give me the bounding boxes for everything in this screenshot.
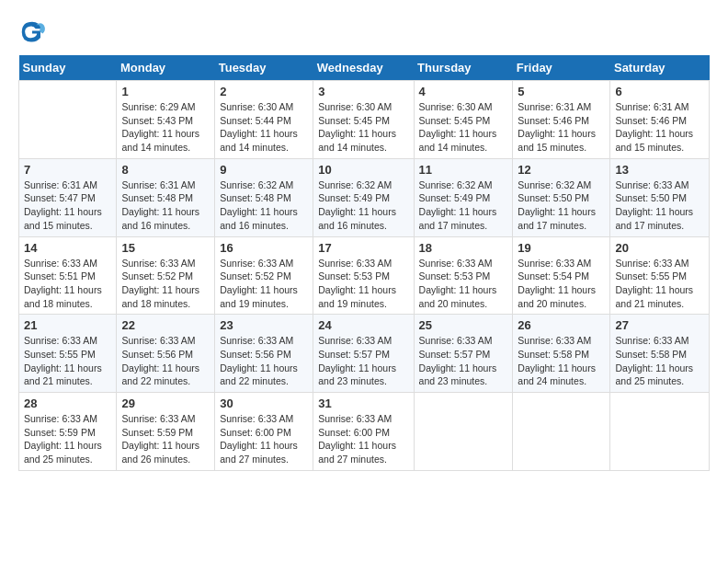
- day-number: 22: [121, 318, 210, 332]
- calendar-cell: [19, 81, 117, 159]
- day-number: 20: [615, 241, 704, 255]
- day-number: 30: [220, 396, 308, 410]
- calendar-cell: 23Sunrise: 6:33 AMSunset: 5:56 PMDayligh…: [215, 315, 313, 393]
- day-info: Sunrise: 6:32 AMSunset: 5:48 PMDaylight:…: [220, 178, 308, 233]
- day-number: 1: [121, 85, 210, 98]
- calendar-cell: 8Sunrise: 6:31 AMSunset: 5:48 PMDaylight…: [117, 158, 215, 236]
- calendar-cell: 3Sunrise: 6:30 AMSunset: 5:45 PMDaylight…: [313, 81, 414, 159]
- day-info: Sunrise: 6:31 AMSunset: 5:46 PMDaylight:…: [518, 100, 605, 155]
- day-number: 16: [220, 241, 308, 255]
- calendar-cell: 11Sunrise: 6:32 AMSunset: 5:49 PMDayligh…: [414, 158, 513, 236]
- calendar-cell: 27Sunrise: 6:33 AMSunset: 5:58 PMDayligh…: [610, 315, 710, 393]
- day-info: Sunrise: 6:33 AMSunset: 5:58 PMDaylight:…: [518, 334, 605, 388]
- calendar-cell: 20Sunrise: 6:33 AMSunset: 5:55 PMDayligh…: [610, 236, 710, 315]
- day-info: Sunrise: 6:32 AMSunset: 5:49 PMDaylight:…: [419, 178, 508, 233]
- calendar-cell: 28Sunrise: 6:33 AMSunset: 5:59 PMDayligh…: [19, 393, 117, 471]
- day-number: 23: [220, 318, 308, 332]
- calendar-cell: 19Sunrise: 6:33 AMSunset: 5:54 PMDayligh…: [513, 236, 610, 315]
- weekday-header-sunday: Sunday: [19, 55, 117, 81]
- day-number: 13: [615, 163, 704, 177]
- day-info: Sunrise: 6:33 AMSunset: 5:52 PMDaylight:…: [121, 257, 210, 311]
- calendar-cell: 4Sunrise: 6:30 AMSunset: 5:45 PMDaylight…: [414, 81, 513, 159]
- weekday-header-tuesday: Tuesday: [215, 55, 313, 81]
- day-info: Sunrise: 6:33 AMSunset: 5:59 PMDaylight:…: [121, 412, 210, 466]
- calendar-cell: [414, 393, 513, 471]
- day-number: 10: [318, 163, 408, 177]
- day-number: 7: [24, 163, 111, 177]
- day-info: Sunrise: 6:31 AMSunset: 5:48 PMDaylight:…: [121, 178, 210, 233]
- day-number: 2: [220, 85, 308, 98]
- day-info: Sunrise: 6:33 AMSunset: 5:51 PMDaylight:…: [24, 257, 111, 311]
- calendar-cell: 16Sunrise: 6:33 AMSunset: 5:52 PMDayligh…: [215, 236, 313, 315]
- day-number: 29: [121, 396, 210, 410]
- header: [18, 18, 710, 46]
- day-number: 24: [318, 318, 408, 332]
- calendar-cell: 18Sunrise: 6:33 AMSunset: 5:53 PMDayligh…: [414, 236, 513, 315]
- calendar-cell: 14Sunrise: 6:33 AMSunset: 5:51 PMDayligh…: [19, 236, 117, 315]
- calendar-cell: 29Sunrise: 6:33 AMSunset: 5:59 PMDayligh…: [117, 393, 215, 471]
- calendar-week-2: 7Sunrise: 6:31 AMSunset: 5:47 PMDaylight…: [19, 158, 710, 236]
- calendar-cell: 24Sunrise: 6:33 AMSunset: 5:57 PMDayligh…: [313, 315, 414, 393]
- day-number: 17: [318, 241, 408, 255]
- day-info: Sunrise: 6:33 AMSunset: 5:59 PMDaylight:…: [24, 412, 111, 466]
- day-number: 9: [220, 163, 308, 177]
- calendar-cell: 31Sunrise: 6:33 AMSunset: 6:00 PMDayligh…: [313, 393, 414, 471]
- day-number: 18: [419, 241, 508, 255]
- calendar-cell: 30Sunrise: 6:33 AMSunset: 6:00 PMDayligh…: [215, 393, 313, 471]
- day-info: Sunrise: 6:33 AMSunset: 5:57 PMDaylight:…: [318, 334, 408, 388]
- day-number: 11: [419, 163, 508, 177]
- day-info: Sunrise: 6:33 AMSunset: 6:00 PMDaylight:…: [220, 412, 308, 466]
- day-info: Sunrise: 6:29 AMSunset: 5:43 PMDaylight:…: [121, 100, 210, 155]
- calendar-cell: [513, 393, 610, 471]
- day-info: Sunrise: 6:31 AMSunset: 5:47 PMDaylight:…: [24, 178, 111, 233]
- day-info: Sunrise: 6:32 AMSunset: 5:49 PMDaylight:…: [318, 178, 408, 233]
- day-number: 28: [24, 396, 111, 410]
- day-number: 3: [318, 85, 408, 98]
- calendar-cell: 13Sunrise: 6:33 AMSunset: 5:50 PMDayligh…: [610, 158, 710, 236]
- day-info: Sunrise: 6:32 AMSunset: 5:50 PMDaylight:…: [518, 178, 605, 233]
- day-info: Sunrise: 6:33 AMSunset: 5:57 PMDaylight:…: [419, 334, 508, 388]
- calendar-cell: 6Sunrise: 6:31 AMSunset: 5:46 PMDaylight…: [610, 81, 710, 159]
- day-info: Sunrise: 6:33 AMSunset: 5:55 PMDaylight:…: [615, 257, 704, 311]
- day-info: Sunrise: 6:30 AMSunset: 5:45 PMDaylight:…: [419, 100, 508, 155]
- weekday-header-row: SundayMondayTuesdayWednesdayThursdayFrid…: [19, 55, 710, 81]
- day-number: 25: [419, 318, 508, 332]
- day-number: 8: [121, 163, 210, 177]
- day-number: 27: [615, 318, 704, 332]
- day-number: 5: [518, 85, 605, 98]
- day-info: Sunrise: 6:33 AMSunset: 5:56 PMDaylight:…: [220, 334, 308, 388]
- day-info: Sunrise: 6:30 AMSunset: 5:44 PMDaylight:…: [220, 100, 308, 155]
- calendar-cell: 15Sunrise: 6:33 AMSunset: 5:52 PMDayligh…: [117, 236, 215, 315]
- day-info: Sunrise: 6:33 AMSunset: 5:58 PMDaylight:…: [615, 334, 704, 388]
- calendar-cell: 22Sunrise: 6:33 AMSunset: 5:56 PMDayligh…: [117, 315, 215, 393]
- weekday-header-saturday: Saturday: [610, 55, 710, 81]
- day-number: 12: [518, 163, 605, 177]
- calendar-cell: 2Sunrise: 6:30 AMSunset: 5:44 PMDaylight…: [215, 81, 313, 159]
- calendar-header: SundayMondayTuesdayWednesdayThursdayFrid…: [19, 55, 710, 81]
- day-info: Sunrise: 6:33 AMSunset: 5:55 PMDaylight:…: [24, 334, 111, 388]
- calendar-cell: 1Sunrise: 6:29 AMSunset: 5:43 PMDaylight…: [117, 81, 215, 159]
- day-number: 26: [518, 318, 605, 332]
- calendar-week-4: 21Sunrise: 6:33 AMSunset: 5:55 PMDayligh…: [19, 315, 710, 393]
- day-info: Sunrise: 6:33 AMSunset: 5:50 PMDaylight:…: [615, 178, 704, 233]
- calendar-week-5: 28Sunrise: 6:33 AMSunset: 5:59 PMDayligh…: [19, 393, 710, 471]
- calendar-cell: 17Sunrise: 6:33 AMSunset: 5:53 PMDayligh…: [313, 236, 414, 315]
- day-info: Sunrise: 6:33 AMSunset: 5:54 PMDaylight:…: [518, 257, 605, 311]
- calendar-week-3: 14Sunrise: 6:33 AMSunset: 5:51 PMDayligh…: [19, 236, 710, 315]
- day-number: 4: [419, 85, 508, 98]
- day-info: Sunrise: 6:33 AMSunset: 6:00 PMDaylight:…: [318, 412, 408, 466]
- calendar-cell: 7Sunrise: 6:31 AMSunset: 5:47 PMDaylight…: [19, 158, 117, 236]
- day-number: 6: [615, 85, 704, 98]
- calendar-table: SundayMondayTuesdayWednesdayThursdayFrid…: [18, 55, 710, 471]
- calendar-cell: 10Sunrise: 6:32 AMSunset: 5:49 PMDayligh…: [313, 158, 414, 236]
- day-info: Sunrise: 6:31 AMSunset: 5:46 PMDaylight:…: [615, 100, 704, 155]
- calendar-week-1: 1Sunrise: 6:29 AMSunset: 5:43 PMDaylight…: [19, 81, 710, 159]
- weekday-header-thursday: Thursday: [414, 55, 513, 81]
- logo: [18, 18, 51, 46]
- weekday-header-wednesday: Wednesday: [313, 55, 414, 81]
- day-info: Sunrise: 6:30 AMSunset: 5:45 PMDaylight:…: [318, 100, 408, 155]
- day-info: Sunrise: 6:33 AMSunset: 5:56 PMDaylight:…: [121, 334, 210, 388]
- weekday-header-friday: Friday: [513, 55, 610, 81]
- calendar-cell: 12Sunrise: 6:32 AMSunset: 5:50 PMDayligh…: [513, 158, 610, 236]
- day-number: 31: [318, 396, 408, 410]
